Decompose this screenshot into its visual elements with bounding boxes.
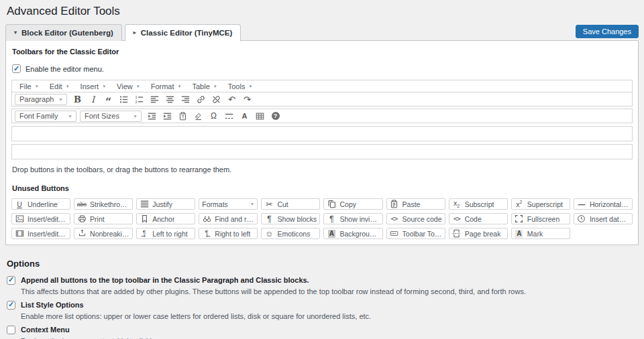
menu-table[interactable]: Table▼ <box>186 80 222 92</box>
indent-button[interactable] <box>160 110 175 123</box>
unused-show-invisible-characters-button[interactable]: ¶Show invisible characters <box>323 213 382 224</box>
toolbar-row-4[interactable] <box>11 144 633 159</box>
outdent-button[interactable] <box>144 110 160 123</box>
toolbars-heading: Toolbars for the Classic Editor <box>12 48 633 56</box>
blockquote-button[interactable]: “ <box>101 93 116 106</box>
unused-paste-button[interactable]: Paste <box>386 198 445 210</box>
unused-insert-edit-video-button[interactable]: Insert/edit video <box>11 228 70 239</box>
unused-code-button[interactable]: <>Code <box>449 213 508 224</box>
unused-show-blocks-button[interactable]: ¶Show blocks <box>261 213 320 224</box>
copy-icon <box>327 200 336 208</box>
svg-text:1: 1 <box>135 95 137 99</box>
unused-find-and-replace-button[interactable]: Find and replace <box>199 213 258 224</box>
align-left-button[interactable] <box>147 93 162 106</box>
help-icon: ? <box>271 112 280 120</box>
read-more-button[interactable] <box>221 110 237 123</box>
caret-down-icon: ▼ <box>133 114 138 119</box>
paragraph-format-select[interactable]: Paragraph▼ <box>15 94 67 105</box>
unused-copy-button[interactable]: Copy <box>323 198 382 210</box>
enable-editor-menu-label[interactable]: Enable the editor menu. <box>25 65 104 73</box>
unused-page-break-button[interactable]: Page break <box>449 228 508 239</box>
unused-horizontal-line-button[interactable]: —Horizontal line <box>574 198 633 210</box>
unused-insert-edit-image-button[interactable]: Insert/edit image <box>11 213 70 224</box>
unused-toolbar-toggle-button[interactable]: Toolbar Toggle <box>386 228 445 239</box>
special-character-button[interactable]: Ω <box>206 110 221 123</box>
tab-bar: ▾ Block Editor (Gutenberg) ▸ Classic Edi… <box>5 24 639 41</box>
menu-tools[interactable]: Tools▼ <box>223 80 258 92</box>
menu-edit[interactable]: Edit▼ <box>44 80 75 92</box>
unused-source-code-button[interactable]: <>Source code <box>386 213 445 224</box>
unused-mark-button[interactable]: AMark <box>511 228 570 239</box>
unused-anchor-button[interactable]: Anchor <box>136 213 195 224</box>
option-checkbox[interactable] <box>7 326 15 334</box>
italic-button[interactable]: I <box>85 93 101 106</box>
align-left-icon <box>150 95 160 104</box>
redo-button[interactable]: ↷ <box>239 93 255 106</box>
align-center-button[interactable] <box>162 93 178 106</box>
code-icon: <> <box>452 215 462 222</box>
unused-subscript-button[interactable]: x2Subscript <box>449 198 508 210</box>
menu-format[interactable]: Format▼ <box>146 80 187 92</box>
tab-label: Block Editor (Gutenberg) <box>21 29 113 37</box>
superscript-icon: x2 <box>515 200 524 208</box>
strikethrough-icon: abc <box>77 201 87 208</box>
redo-icon: ↷ <box>243 95 252 104</box>
align-right-button[interactable] <box>178 93 193 106</box>
unused-fullscreen-button[interactable]: Fullscreen <box>511 213 570 224</box>
caret-down-icon: ▼ <box>68 114 72 119</box>
font-family-select[interactable]: Font Family▼ <box>15 111 76 122</box>
menu-insert[interactable]: Insert▼ <box>75 80 111 92</box>
drop-hint: Drop buttons in the toolbars, or drag th… <box>12 165 633 174</box>
unused-emoticons-button[interactable]: ☺Emoticons <box>261 228 320 239</box>
undo-button[interactable]: ↶ <box>224 93 239 106</box>
toolbar-row-3[interactable] <box>11 126 633 141</box>
unused-formats-select[interactable]: Formats▼ <box>199 198 258 210</box>
help-button[interactable]: ? <box>268 110 283 123</box>
numbered-list-button[interactable]: 12 <box>131 93 147 106</box>
image-icon <box>15 214 24 223</box>
menu-file[interactable]: File▼ <box>14 80 44 92</box>
unused-justify-button[interactable]: Justify <box>136 198 195 210</box>
enable-editor-menu-checkbox[interactable]: ✓ <box>12 64 21 73</box>
unused-background-color-button[interactable]: ABackground color <box>323 228 382 239</box>
font-sizes-select[interactable]: Font Sizes▼ <box>80 111 142 122</box>
unused-strikethrough-button[interactable]: abcStrikethrough <box>74 198 133 210</box>
bulleted-list-button[interactable] <box>116 93 131 106</box>
datetime-icon <box>577 214 586 223</box>
tab-classic-editor[interactable]: ▸ Classic Editor (TinyMCE) <box>125 24 241 42</box>
caret-down-icon: ▼ <box>58 97 63 102</box>
text-color-icon: A <box>240 113 250 120</box>
insert-link-button[interactable] <box>193 93 209 106</box>
caret-down-icon: ▼ <box>213 84 217 88</box>
menu-view[interactable]: View▼ <box>111 80 146 92</box>
svg-text:¶: ¶ <box>205 229 208 236</box>
show-blocks-icon: ¶ <box>264 215 274 223</box>
remove-link-button[interactable] <box>209 93 224 106</box>
unused-right-to-left-button[interactable]: ¶Right to left <box>199 228 258 239</box>
table-button[interactable] <box>252 110 268 123</box>
unused-insert-date-time-button[interactable]: Insert date/time <box>574 213 633 224</box>
unused-cut-button[interactable]: ✂Cut <box>261 198 320 210</box>
text-color-button[interactable]: A <box>237 110 252 123</box>
clear-formatting-icon <box>194 112 203 121</box>
clear-formatting-button[interactable] <box>191 110 206 123</box>
unused-underline-button[interactable]: UUnderline <box>11 198 70 210</box>
caret-down-icon: ▾ <box>14 30 17 36</box>
caret-down-icon: ▼ <box>178 84 182 88</box>
unused-superscript-button[interactable]: x2Superscript <box>511 198 570 210</box>
option-checkbox[interactable]: ✓ <box>7 276 15 285</box>
unused-nonbreaking-space-button[interactable]: Nonbreaking space <box>74 228 133 239</box>
bold-button[interactable]: B <box>70 93 85 106</box>
align-center-icon <box>166 95 175 104</box>
tab-block-editor[interactable]: ▾ Block Editor (Gutenberg) <box>5 24 122 41</box>
save-changes-button[interactable]: Save Changes <box>576 25 639 38</box>
caret-right-icon: ▸ <box>133 30 136 36</box>
caret-down-icon: ▼ <box>250 202 254 206</box>
unused-left-to-right-button[interactable]: ¶Left to right <box>136 228 195 239</box>
unused-print-button[interactable]: Print <box>74 213 133 224</box>
table-icon <box>256 112 265 121</box>
rtl-icon: ¶ <box>202 229 211 238</box>
paste-as-text-button[interactable]: T <box>175 110 191 123</box>
caret-down-icon: ▼ <box>102 84 106 88</box>
option-checkbox[interactable]: ✓ <box>7 301 15 310</box>
